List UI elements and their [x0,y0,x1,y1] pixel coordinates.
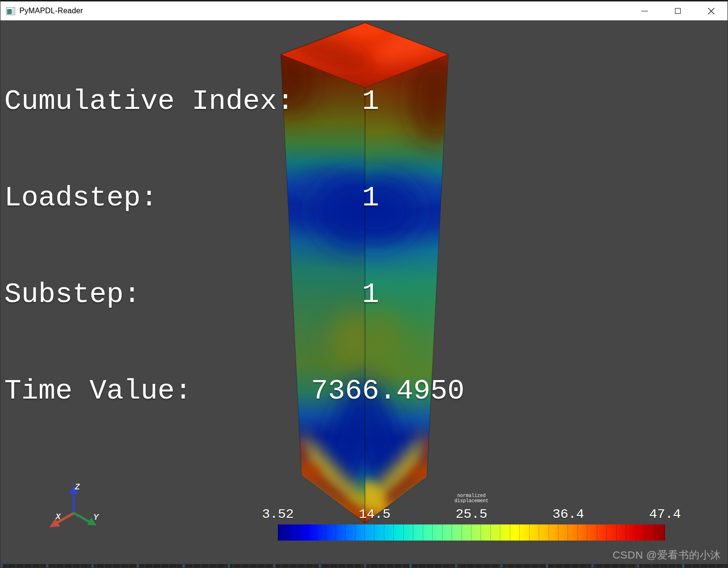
colorbar-tick: 47.4 [649,507,681,522]
maximize-icon [675,8,681,14]
render-viewport[interactable] [0,20,728,564]
colorbar-title-line1: normalized [278,493,665,498]
app-icon [6,7,15,15]
minimize-button[interactable] [628,1,661,20]
close-button[interactable] [694,1,728,20]
colorbar[interactable] [278,524,665,541]
titlebar: PyMAPDL-Reader [0,0,728,20]
close-icon [708,8,715,15]
colorbar-title: normalized displacement [278,493,665,504]
bottom-strip [0,564,728,568]
colorbar-segments [278,524,665,541]
colorbar-tick: 14.5 [359,507,391,522]
watermark: CSDN @爱看书的小沐 [613,548,721,562]
app-window: PyMAPDL-Reader [0,0,728,568]
colorbar-title-line2: displacement [278,498,665,504]
minimize-icon [641,11,648,11]
window-controls [628,1,728,20]
colorbar-tick: 36.4 [552,507,584,522]
maximize-button[interactable] [661,1,694,20]
colorbar-ticks: 3.52 14.5 25.5 36.4 47.4 [278,507,665,522]
colorbar-tick: 25.5 [455,507,487,522]
window-title: PyMAPDL-Reader [19,7,83,15]
colorbar-tick: 3.52 [262,507,293,522]
